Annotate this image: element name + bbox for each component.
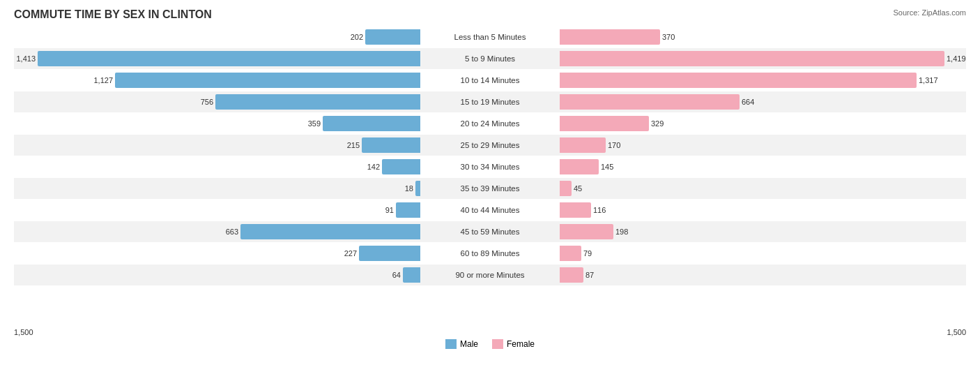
bar-row: 15 to 19 Minutes756664 xyxy=(14,91,966,112)
female-value: 1,317 xyxy=(919,76,938,84)
female-bar xyxy=(560,94,740,110)
female-value: 170 xyxy=(608,141,620,149)
legend-male-box xyxy=(445,339,457,349)
male-value: 663 xyxy=(226,228,238,236)
axis-left: 1,500 xyxy=(14,328,33,336)
female-value: 145 xyxy=(601,163,613,171)
row-label: Less than 5 Minutes xyxy=(420,33,560,41)
row-label: 35 to 39 Minutes xyxy=(420,184,560,193)
male-bar xyxy=(215,94,420,110)
female-bar xyxy=(560,267,583,283)
male-bar xyxy=(362,137,420,153)
row-label: 5 to 9 Minutes xyxy=(420,54,560,63)
legend: Male Female xyxy=(14,339,966,349)
female-bar xyxy=(560,224,613,239)
bar-row: 5 to 9 Minutes1,4131,419 xyxy=(14,48,966,69)
bar-row: 90 or more Minutes6487 xyxy=(14,265,966,285)
female-bar xyxy=(560,137,606,153)
chart-container: COMMUTE TIME BY SEX IN CLINTON Source: Z… xyxy=(0,0,980,365)
axis-right: 1,500 xyxy=(947,328,966,336)
female-value: 79 xyxy=(583,249,592,258)
row-label: 15 to 19 Minutes xyxy=(420,98,560,106)
legend-female-box xyxy=(492,339,503,349)
row-label: 25 to 29 Minutes xyxy=(420,141,560,149)
bar-row: 20 to 24 Minutes359329 xyxy=(14,113,966,134)
female-bar xyxy=(560,181,572,196)
bar-row: 30 to 34 Minutes142145 xyxy=(14,156,966,177)
female-value: 664 xyxy=(742,98,754,106)
source-label: Source: ZipAtlas.com xyxy=(893,8,966,17)
male-bar xyxy=(115,73,420,88)
bar-row: 35 to 39 Minutes1845 xyxy=(14,178,966,199)
bar-row: 45 to 59 Minutes663198 xyxy=(14,221,966,242)
male-bar xyxy=(396,202,420,218)
legend-male: Male xyxy=(445,339,478,349)
bar-row: 25 to 29 Minutes215170 xyxy=(14,135,966,156)
row-label: 90 or more Minutes xyxy=(420,271,560,279)
male-bar xyxy=(240,224,420,239)
male-value: 215 xyxy=(347,141,360,149)
female-bar xyxy=(560,116,649,131)
chart-title: COMMUTE TIME BY SEX IN CLINTON xyxy=(14,8,966,21)
male-value: 202 xyxy=(351,33,363,41)
male-value: 756 xyxy=(201,98,213,106)
male-bar xyxy=(38,51,420,66)
male-bar xyxy=(365,29,420,45)
row-label: 10 to 14 Minutes xyxy=(420,76,560,84)
male-bar xyxy=(403,267,420,283)
female-bar xyxy=(560,246,581,261)
female-bar xyxy=(560,29,660,45)
female-value: 1,419 xyxy=(947,54,966,63)
legend-male-label: Male xyxy=(460,339,478,349)
female-bar xyxy=(560,51,944,66)
female-bar xyxy=(560,202,591,218)
legend-female: Female xyxy=(492,339,535,349)
male-value: 142 xyxy=(367,163,380,171)
row-label: 30 to 34 Minutes xyxy=(420,163,560,171)
row-label: 45 to 59 Minutes xyxy=(420,228,560,236)
female-bar xyxy=(560,73,917,88)
male-value: 359 xyxy=(308,119,321,128)
row-label: 60 to 89 Minutes xyxy=(420,249,560,258)
bar-row: 10 to 14 Minutes1,1271,317 xyxy=(14,70,966,91)
male-bar xyxy=(323,116,420,131)
female-value: 370 xyxy=(662,33,675,41)
female-value: 87 xyxy=(585,271,594,279)
female-value: 116 xyxy=(593,206,606,214)
axis-labels: 1,500 1,500 xyxy=(14,328,966,336)
legend-female-label: Female xyxy=(507,339,535,349)
male-bar xyxy=(382,159,420,174)
bar-row: 40 to 44 Minutes91116 xyxy=(14,200,966,221)
male-value: 1,127 xyxy=(93,76,113,84)
bars-area: Less than 5 Minutes2023705 to 9 Minutes1… xyxy=(14,27,966,327)
bar-row: Less than 5 Minutes202370 xyxy=(14,27,966,47)
male-bar xyxy=(415,181,420,196)
male-value: 18 xyxy=(405,184,413,193)
male-bar xyxy=(359,246,420,261)
female-value: 198 xyxy=(615,228,628,236)
male-value: 64 xyxy=(392,271,401,279)
row-label: 40 to 44 Minutes xyxy=(420,206,560,214)
female-value: 329 xyxy=(651,119,664,128)
bar-row: 60 to 89 Minutes22779 xyxy=(14,243,966,264)
female-value: 45 xyxy=(574,184,582,193)
female-bar xyxy=(560,159,599,174)
male-value: 227 xyxy=(344,249,357,258)
row-label: 20 to 24 Minutes xyxy=(420,119,560,128)
male-value: 1,413 xyxy=(16,54,36,63)
male-value: 91 xyxy=(385,206,394,214)
